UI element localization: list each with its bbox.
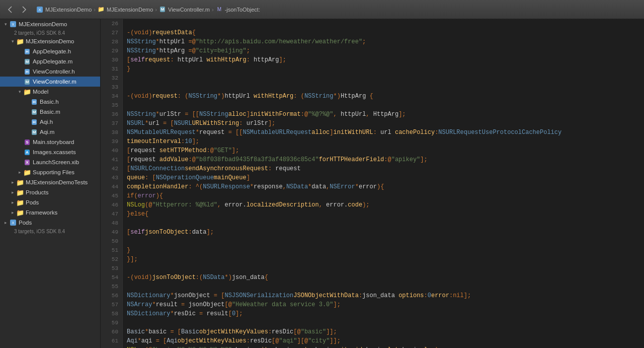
aqi-m-label: Aqi.m (40, 129, 54, 135)
code-line-55 (127, 282, 640, 291)
line-num-36: 36 (105, 110, 118, 119)
blue-folder-icon: 📁 (16, 37, 24, 45)
breadcrumb-project[interactable]: X MJExtensionDemo (36, 6, 92, 13)
line-num-30: 30 (105, 55, 118, 64)
code-line-34: -(void)request: (NSString*)httpUrl withH… (127, 92, 640, 101)
code-line-29: NSString *httpArg = @"city=beijing"; (127, 46, 640, 55)
forward-button[interactable] (18, 4, 30, 16)
main-layout: X MJExtensionDemo 2 targets, iOS SDK 8.4… (0, 19, 644, 348)
sidebar-item-images-xcassets[interactable]: A Images.xcassets (0, 147, 100, 157)
code-line-47: } else { (127, 210, 640, 219)
appdelegate-h-label: AppDelegate.h (33, 48, 71, 54)
basic-h-label: Basic.h (40, 99, 59, 105)
code-line-26 (127, 19, 640, 28)
sidebar-item-basic-h[interactable]: H Basic.h (0, 97, 100, 107)
line-numbers: 26 27 28 29 30 31 32 33 34 35 36 37 38 3… (101, 19, 123, 348)
sidebar-item-frameworks[interactable]: 📁 Frameworks (0, 207, 100, 218)
svg-text:X: X (38, 8, 41, 12)
line-num-43: 43 (105, 173, 118, 182)
sidebar-item-viewcontroller-m[interactable]: M ViewController.m (0, 77, 100, 87)
back-button[interactable] (4, 4, 16, 16)
code-line-44: completionHandler: ^(NSURLResponse *resp… (127, 182, 640, 191)
line-num-32: 32 (105, 74, 118, 83)
code-line-61: Aqi *aqi = [Aqi objectWithKeyValues:resD… (127, 336, 640, 345)
code-editor: 26 27 28 29 30 31 32 33 34 35 36 37 38 3… (101, 19, 644, 348)
leaf-arrow (16, 58, 23, 65)
sidebar-item-launchscreen-xib[interactable]: X LaunchScreen.xib (0, 157, 100, 167)
supporting-arrow (16, 169, 23, 176)
code-line-52: }]; (127, 255, 640, 264)
project-subtitle: 2 targets, iOS SDK 8.4 (0, 29, 100, 36)
line-num-57: 57 (105, 300, 118, 309)
line-num-48: 48 (105, 219, 118, 228)
line-num-51: 51 (105, 246, 118, 255)
frameworks-arrow (9, 209, 16, 216)
code-line-42: [NSURLConnection sendAsynchronousRequest… (127, 164, 640, 173)
sidebar-item-model[interactable]: 📁 Model (0, 87, 100, 97)
sidebar-item-basic-m[interactable]: M Basic.m (0, 107, 100, 117)
code-content[interactable]: -(void)requestData{ NSString *httpUrl = … (123, 19, 644, 348)
viewcontroller-m-label: ViewController.m (33, 79, 76, 85)
sidebar-item-appdelegate-m[interactable]: M AppDelegate.m (0, 56, 100, 66)
code-line-59 (127, 318, 640, 327)
sidebar-item-appdelegate-h[interactable]: H AppDelegate.h (0, 46, 100, 56)
line-num-47: 47 (105, 210, 118, 219)
svg-text:M: M (217, 7, 221, 12)
code-line-37: NSURL *url = [NSURL URLWithString: urlSt… (127, 119, 640, 128)
code-line-32 (127, 74, 640, 83)
code-line-30: [self request: httpUrl withHttpArg: http… (127, 55, 640, 64)
svg-text:X: X (12, 22, 15, 27)
tests-label: MJExtensionDemoTests (26, 179, 88, 185)
model-arrow (16, 88, 23, 95)
leaf-arrow (16, 78, 23, 85)
mjextdemo-arrow (9, 38, 16, 45)
line-num-31: 31 (105, 64, 118, 74)
breadcrumb-folder[interactable]: 📁 MJExtensionDemo (98, 6, 153, 13)
code-area[interactable]: 26 27 28 29 30 31 32 33 34 35 36 37 38 3… (101, 19, 644, 348)
basic-m-label: Basic.m (40, 109, 60, 115)
xib-icon: X (23, 158, 31, 166)
supporting-files-label: Supporting Files (33, 169, 74, 175)
breadcrumb-project-label: MJExtensionDemo (45, 7, 92, 13)
project-icon: X (9, 20, 17, 28)
code-line-38: NSMutableURLRequest *request = [[NSMutab… (127, 128, 640, 137)
line-num-27: 27 (105, 28, 118, 37)
sidebar-item-aqi-h[interactable]: H Aqi.h (0, 117, 100, 127)
breadcrumb-folder-label: MJExtensionDemo (107, 7, 153, 13)
sidebar-item-pods-project[interactable]: X Pods (0, 218, 100, 228)
breadcrumb-sep-2: › (155, 7, 157, 13)
code-line-48 (127, 219, 640, 228)
line-num-60: 60 (105, 327, 118, 336)
breadcrumb: X MJExtensionDemo › 📁 MJExtensionDemo › … (36, 6, 260, 13)
line-num-54: 54 (105, 273, 118, 282)
breadcrumb-method[interactable]: M -jsonToObject: (216, 6, 260, 13)
line-num-28: 28 (105, 37, 118, 46)
sidebar-project-item[interactable]: X MJExtensionDemo (0, 19, 100, 29)
line-num-42: 42 (105, 164, 118, 173)
breadcrumb-sep-1: › (94, 7, 96, 13)
sidebar-item-aqi-m[interactable]: M Aqi.m (0, 127, 100, 137)
m-file-icon: M (30, 128, 38, 136)
sidebar-item-products[interactable]: 📁 Products (0, 187, 100, 197)
line-num-40: 40 (105, 146, 118, 155)
code-line-60: Basic *basic = [Basic objectWithKeyValue… (127, 327, 640, 336)
sidebar-item-viewcontroller-h[interactable]: H ViewController.h (0, 66, 100, 77)
sidebar-item-main-storyboard[interactable]: S Main.storyboard (0, 137, 100, 147)
frameworks-label: Frameworks (26, 210, 57, 216)
h-file-icon: H (30, 118, 38, 126)
products-arrow (9, 189, 16, 196)
line-num-34: 34 (105, 92, 118, 101)
breadcrumb-file[interactable]: M ViewController.m (159, 6, 210, 13)
pods-folder-label: Pods (26, 199, 39, 205)
code-line-50 (127, 237, 640, 246)
sidebar-item-pods-folder[interactable]: 📁 Pods (0, 197, 100, 207)
line-num-53: 53 (105, 264, 118, 273)
model-label: Model (33, 89, 48, 95)
sidebar-item-tests[interactable]: 📁 MJExtensionDemoTests (0, 177, 100, 187)
sidebar-item-mjextdemo[interactable]: 📁 MJExtensionDemo (0, 36, 100, 46)
code-line-43: queue: [NSOperationQueue mainQueue] (127, 173, 640, 182)
sidebar-item-supporting-files[interactable]: 📁 Supporting Files (0, 167, 100, 177)
breadcrumb-method-label: -jsonToObject: (225, 7, 260, 13)
yellow-folder-icon: 📁 (23, 168, 31, 176)
sidebar: X MJExtensionDemo 2 targets, iOS SDK 8.4… (0, 19, 101, 348)
